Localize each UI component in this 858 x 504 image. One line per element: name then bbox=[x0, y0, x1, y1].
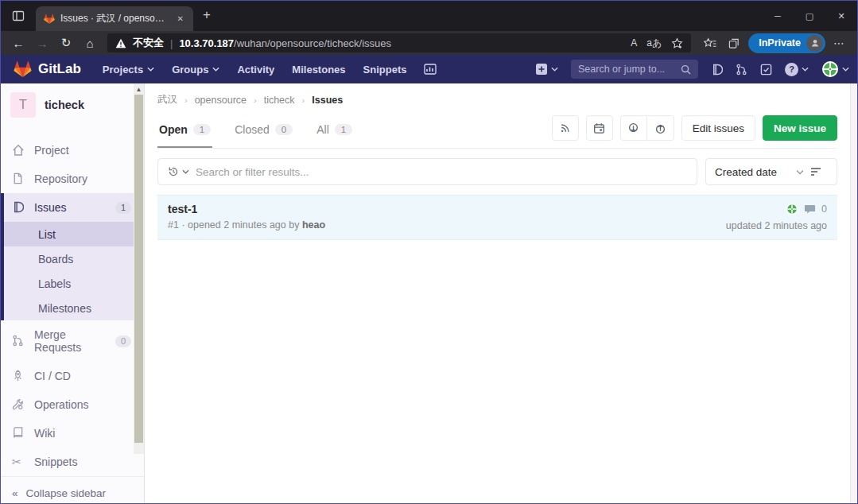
export-csv-button[interactable] bbox=[620, 115, 647, 141]
sidebar-scrollbar-thumb[interactable] bbox=[134, 95, 143, 443]
issue-meta: #1 · opened 2 minutes ago by heao bbox=[168, 219, 325, 231]
issue-title[interactable]: test-1 bbox=[168, 203, 325, 215]
merge-requests-shortcut-button[interactable] bbox=[736, 64, 747, 76]
refresh-button[interactable]: ↻ bbox=[55, 36, 77, 50]
browser-titlebar: Issues · 武汉 / opensource / tich ✕ + ─ ▢ … bbox=[1, 1, 857, 31]
maximize-button[interactable]: ▢ bbox=[794, 1, 825, 31]
user-avatar bbox=[821, 60, 839, 78]
favorites-icon[interactable] bbox=[704, 37, 716, 49]
collapse-sidebar-button[interactable]: « Collapse sidebar bbox=[1, 476, 144, 504]
breadcrumb-separator: › bbox=[184, 95, 188, 105]
sidebar-issues-section: Issues 1 List Boards Labels Milestones bbox=[1, 193, 144, 320]
filter-placeholder: Search or filter results... bbox=[196, 166, 309, 178]
issue-author-link[interactable]: heao bbox=[302, 219, 325, 231]
global-search-input[interactable]: Search or jump to... bbox=[571, 60, 698, 79]
breadcrumb-project[interactable]: ticheck bbox=[264, 95, 295, 106]
issues-shortcut-button[interactable] bbox=[711, 64, 723, 76]
inprivate-badge[interactable]: InPrivate bbox=[748, 33, 825, 53]
sidebar-subitem-labels[interactable]: Labels bbox=[4, 271, 144, 296]
breadcrumb-subgroup[interactable]: opensource bbox=[195, 95, 247, 106]
breadcrumb-current: Issues bbox=[312, 95, 343, 106]
sidebar-item-ci-cd[interactable]: CI / CD bbox=[1, 362, 144, 390]
sidebar-item-issues[interactable]: Issues 1 bbox=[4, 193, 144, 222]
sidebar-item-operations[interactable]: Operations bbox=[1, 390, 144, 419]
tab-open[interactable]: Open 1 bbox=[157, 114, 212, 148]
sidebar-subitem-list[interactable]: List bbox=[4, 222, 144, 246]
nav-charts-button[interactable] bbox=[415, 55, 445, 83]
minimize-button[interactable]: ─ bbox=[762, 1, 794, 31]
tab-close-icon[interactable]: ✕ bbox=[174, 13, 187, 25]
new-issue-button[interactable]: New issue bbox=[763, 115, 837, 141]
new-menu-button[interactable] bbox=[535, 63, 558, 76]
nav-milestones[interactable]: Milestones bbox=[283, 55, 354, 83]
sort-descending-icon bbox=[810, 167, 821, 176]
nav-projects[interactable]: Projects bbox=[94, 55, 163, 83]
nav-groups[interactable]: Groups bbox=[163, 55, 228, 83]
help-menu-button[interactable]: ? bbox=[785, 63, 809, 76]
new-tab-button[interactable]: + bbox=[203, 7, 211, 25]
add-favorite-star-icon[interactable] bbox=[671, 37, 683, 49]
forward-button[interactable]: → bbox=[31, 37, 53, 50]
breadcrumb: 武汉 › opensource › ticheck › Issues bbox=[157, 83, 837, 108]
tab-title: Issues · 武汉 / opensource / tich bbox=[60, 12, 169, 25]
project-context[interactable]: T ticheck bbox=[1, 83, 144, 126]
issue-list-item[interactable]: test-1 #1 · opened 2 minutes ago by heao… bbox=[157, 195, 837, 240]
assignee-avatar[interactable] bbox=[786, 203, 798, 215]
close-button[interactable]: ✕ bbox=[825, 1, 857, 31]
chart-icon bbox=[424, 64, 437, 75]
back-button[interactable]: ← bbox=[7, 37, 29, 50]
project-avatar: T bbox=[10, 92, 36, 118]
page-scrollbar[interactable] bbox=[850, 83, 857, 503]
sidebar-subitem-boards[interactable]: Boards bbox=[4, 246, 144, 271]
person-icon bbox=[810, 38, 820, 48]
comments-icon[interactable] bbox=[804, 204, 816, 215]
edit-issues-button[interactable]: Edit issues bbox=[681, 115, 755, 141]
nav-activity[interactable]: Activity bbox=[228, 55, 283, 83]
all-count-badge: 1 bbox=[335, 124, 352, 135]
tab-closed[interactable]: Closed 0 bbox=[233, 114, 294, 148]
chevron-down-icon bbox=[842, 67, 849, 72]
settings-more-icon[interactable]: ⋯ bbox=[827, 37, 851, 49]
gitlab-nav-links: Projects Groups Activity Milestones Snip… bbox=[94, 55, 446, 83]
sidebar-item-merge-requests[interactable]: Merge Requests 0 bbox=[1, 320, 144, 362]
chevron-down-icon bbox=[802, 67, 809, 72]
todos-shortcut-button[interactable] bbox=[760, 64, 772, 76]
filter-search-input[interactable]: Search or filter results... bbox=[157, 158, 697, 185]
sort-label: Created date bbox=[715, 166, 777, 178]
comment-count: 0 bbox=[821, 204, 827, 215]
csv-buttons bbox=[620, 115, 674, 141]
upload-circle-icon bbox=[654, 122, 666, 134]
sidebar-item-snippets[interactable]: ✂ Snippets bbox=[1, 448, 144, 476]
recent-searches-button[interactable] bbox=[168, 166, 189, 177]
gitlab-brand[interactable]: GitLab bbox=[9, 60, 86, 79]
import-issues-button[interactable] bbox=[647, 115, 674, 141]
url-host: 10.3.70.187 bbox=[179, 37, 234, 49]
tab-actions-menu-button[interactable] bbox=[1, 1, 36, 31]
scroll-up-icon[interactable]: ▲ bbox=[134, 83, 144, 95]
sidebar-item-wiki[interactable]: Wiki bbox=[1, 419, 144, 448]
security-label: 不安全 bbox=[133, 36, 164, 50]
calendar-button[interactable] bbox=[586, 115, 613, 141]
browser-tab[interactable]: Issues · 武汉 / opensource / tich ✕ bbox=[36, 6, 193, 31]
chevron-down-icon bbox=[147, 67, 154, 72]
issues-icon bbox=[711, 64, 723, 76]
read-aloud-icon[interactable]: A bbox=[631, 37, 637, 48]
sidebar-item-project[interactable]: Project bbox=[1, 136, 144, 165]
sort-dropdown[interactable]: Created date bbox=[705, 158, 837, 185]
browser-addressbar: ← → ↻ ⌂ 不安全 | 10.3.70.187/wuhan/opensour… bbox=[1, 31, 857, 55]
translate-icon[interactable]: aあ bbox=[646, 37, 662, 50]
gitlab-brand-text: GitLab bbox=[38, 61, 81, 77]
sort-direction-button[interactable] bbox=[804, 167, 828, 176]
url-field[interactable]: 不安全 | 10.3.70.187/wuhan/opensource/tiche… bbox=[107, 33, 691, 52]
issue-main: test-1 #1 · opened 2 minutes ago by heao bbox=[168, 203, 325, 231]
user-menu-button[interactable] bbox=[821, 60, 849, 78]
home-button[interactable]: ⌂ bbox=[79, 37, 101, 50]
collections-icon[interactable] bbox=[728, 37, 740, 49]
sidebar-item-repository[interactable]: Repository bbox=[1, 165, 144, 193]
rss-feed-button[interactable] bbox=[552, 115, 579, 141]
breadcrumb-group[interactable]: 武汉 bbox=[157, 93, 177, 107]
nav-snippets[interactable]: Snippets bbox=[355, 55, 416, 83]
tab-all[interactable]: All 1 bbox=[315, 114, 354, 148]
sidebar-scrollbar[interactable]: ▲ bbox=[134, 83, 144, 454]
sidebar-subitem-milestones[interactable]: Milestones bbox=[4, 296, 144, 320]
